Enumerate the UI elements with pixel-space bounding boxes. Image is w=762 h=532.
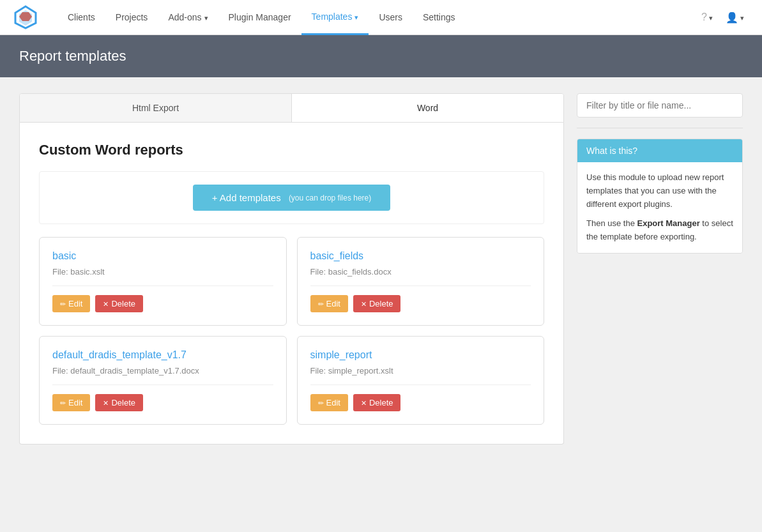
tab-content: Custom Word reports + Add templates (you… — [19, 123, 564, 445]
templates-grid: basic File: basic.xslt Edit Delete — [39, 237, 544, 425]
user-icon: 👤 — [726, 11, 738, 24]
info-box-header: What is this? — [577, 139, 742, 162]
template-file: File: basic.xslt — [52, 267, 273, 277]
user-menu[interactable]: 👤 — [720, 0, 749, 35]
template-file: File: simple_report.xslt — [310, 366, 531, 376]
times-icon — [103, 398, 109, 407]
delete-button[interactable]: Delete — [95, 295, 143, 312]
template-name[interactable]: simple_report — [310, 349, 531, 361]
add-templates-button[interactable]: + Add templates (you can drop files here… — [193, 185, 391, 211]
nav-settings[interactable]: Settings — [413, 0, 466, 35]
chevron-down-icon — [709, 12, 713, 22]
times-icon — [103, 299, 109, 308]
help-menu[interactable]: ? — [696, 0, 718, 35]
filter-input[interactable] — [577, 93, 743, 118]
navbar: Clients Projects Add-ons Plugin Manager … — [0, 0, 762, 35]
card-divider — [310, 285, 531, 286]
question-circle-icon: ? — [701, 11, 707, 23]
chevron-down-icon — [204, 12, 208, 22]
card-divider — [52, 285, 273, 286]
card-actions: Edit Delete — [52, 394, 273, 411]
navbar-right: ? 👤 — [696, 0, 749, 35]
sidebar-divider — [577, 128, 743, 128]
add-templates-sublabel: (you can drop files here) — [289, 194, 371, 202]
template-file: File: basic_fields.docx — [310, 267, 531, 277]
pencil-icon — [60, 299, 66, 308]
tab-word[interactable]: Word — [292, 94, 563, 122]
navbar-links: Clients Projects Add-ons Plugin Manager … — [57, 0, 696, 35]
nav-clients[interactable]: Clients — [57, 0, 105, 35]
edit-button[interactable]: Edit — [52, 394, 90, 411]
page-header: Report templates — [0, 35, 762, 77]
pencil-icon — [318, 299, 324, 308]
content-left: Html Export Word Custom Word reports + A… — [19, 93, 564, 445]
delete-button[interactable]: Delete — [353, 295, 401, 312]
tabs: Html Export Word — [19, 93, 564, 123]
sidebar: What is this? Use this module to upload … — [577, 93, 743, 445]
delete-button[interactable]: Delete — [95, 394, 143, 411]
pencil-icon — [60, 398, 66, 407]
times-icon — [361, 398, 367, 407]
info-box-line2-prefix: Then use the — [586, 218, 637, 228]
template-name[interactable]: default_dradis_template_v1.7 — [52, 349, 273, 361]
template-card: default_dradis_template_v1.7 File: defau… — [39, 336, 287, 425]
page-title: Report templates — [19, 48, 743, 65]
info-box-export-manager: Export Manager — [637, 218, 700, 228]
card-divider — [52, 384, 273, 385]
card-actions: Edit Delete — [310, 295, 531, 312]
template-name[interactable]: basic_fields — [310, 250, 531, 262]
add-templates-dropzone: + Add templates (you can drop files here… — [39, 171, 544, 224]
template-file: File: default_dradis_template_v1.7.docx — [52, 366, 273, 376]
card-actions: Edit Delete — [52, 295, 273, 312]
logo[interactable] — [13, 4, 38, 31]
edit-button[interactable]: Edit — [310, 394, 348, 411]
add-templates-label: + Add templates — [212, 192, 281, 203]
delete-button[interactable]: Delete — [353, 394, 401, 411]
chevron-down-icon — [740, 12, 744, 22]
info-box-line2: Then use the Export Manager to select th… — [586, 217, 733, 244]
edit-button[interactable]: Edit — [52, 295, 90, 312]
pencil-icon — [318, 398, 324, 407]
template-name[interactable]: basic — [52, 250, 273, 262]
template-card: basic_fields File: basic_fields.docx Edi… — [297, 237, 545, 326]
card-actions: Edit Delete — [310, 394, 531, 411]
template-card: basic File: basic.xslt Edit Delete — [39, 237, 287, 326]
nav-plugin-manager[interactable]: Plugin Manager — [218, 0, 301, 35]
nav-users[interactable]: Users — [369, 0, 413, 35]
template-card: simple_report File: simple_report.xslt E… — [297, 336, 545, 425]
nav-projects[interactable]: Projects — [105, 0, 158, 35]
section-title: Custom Word reports — [39, 142, 544, 158]
nav-addons[interactable]: Add-ons — [158, 0, 218, 35]
info-box-line1: Use this module to upload new report tem… — [586, 171, 733, 211]
main-content: Html Export Word Custom Word reports + A… — [0, 77, 762, 460]
edit-button[interactable]: Edit — [310, 295, 348, 312]
times-icon — [361, 299, 367, 308]
info-box-body: Use this module to upload new report tem… — [577, 162, 742, 253]
card-divider — [310, 384, 531, 385]
info-box: What is this? Use this module to upload … — [577, 139, 743, 254]
nav-templates[interactable]: Templates — [301, 0, 369, 35]
tab-html-export[interactable]: Html Export — [20, 94, 292, 122]
chevron-down-icon — [354, 11, 358, 22]
